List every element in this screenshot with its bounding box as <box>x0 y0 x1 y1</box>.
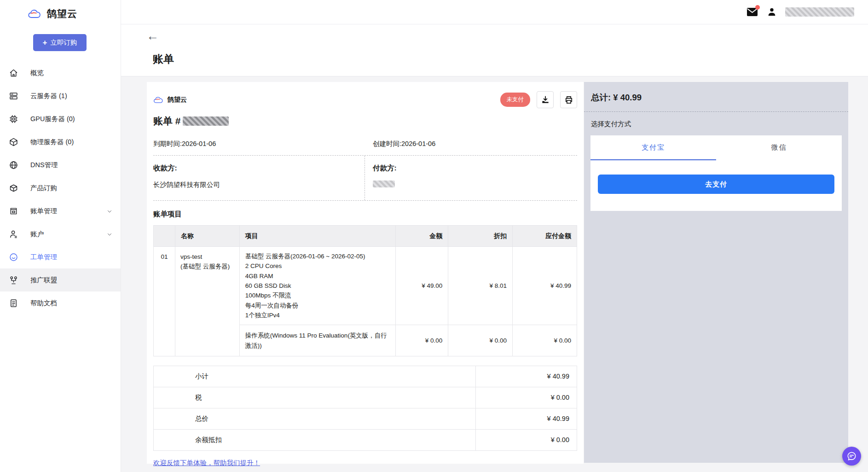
sidebar-item-product-order[interactable]: 产品订购 <box>0 176 121 199</box>
sidebar: 鹄望云 + 立即订购 概览 云服务器 (1) GPU服务器 (0) <box>0 0 121 472</box>
invoice-card: 鹄望云 未支付 账单 # <box>147 82 584 464</box>
affiliate-icon <box>8 274 19 286</box>
row-description: 基础型 云服务器(2026-01-06 ~ 2026-02-05) 2 CPU … <box>239 247 396 325</box>
col-amount: 金额 <box>396 226 448 247</box>
row-index: 01 <box>154 247 175 356</box>
cloud-logo-icon <box>28 8 43 19</box>
tab-wechat[interactable]: 微信 <box>716 135 842 160</box>
order-now-label: 立即订购 <box>50 38 77 47</box>
payment-panel: 总计: ¥ 40.99 选择支付方式 支付宝 微信 去支付 <box>584 82 848 463</box>
invoice-brand: 鹄望云 <box>153 96 187 104</box>
col-item: 项目 <box>239 226 396 247</box>
sidebar-item-tickets[interactable]: 工单管理 <box>0 245 121 268</box>
payer-block: 付款方: <box>365 156 577 200</box>
summary-row-tax: 税 ¥ 0.00 <box>154 387 577 408</box>
col-name: 名称 <box>175 226 239 247</box>
ticket-smiley-icon <box>8 251 19 262</box>
username-redacted[interactable] <box>785 7 854 17</box>
col-discount: 折扣 <box>448 226 513 247</box>
summary-row-balance-deduction: 余额抵扣 ¥ 0.00 <box>154 429 577 450</box>
cloud-server-icon <box>8 90 19 101</box>
sidebar-item-billing[interactable]: 账单管理 <box>0 199 121 222</box>
cloud-logo-icon <box>153 96 165 104</box>
status-badge: 未支付 <box>500 93 531 107</box>
created-date: 创建时间:2026-01-06 <box>373 140 435 148</box>
product-box-icon <box>8 182 19 193</box>
print-icon <box>564 95 573 105</box>
billing-icon <box>8 205 19 216</box>
unread-badge <box>755 5 760 10</box>
parties-box: 收款方: 长沙鹄望科技有限公司 付款方: <box>153 155 577 201</box>
row-amount: ¥ 49.00 <box>396 247 448 325</box>
tab-alipay[interactable]: 支付宝 <box>590 135 716 160</box>
sidebar-item-affiliate[interactable]: 推广联盟 <box>0 268 121 291</box>
row-name: vps-test (基础型 云服务器) <box>175 247 239 356</box>
plus-icon: + <box>43 38 47 47</box>
sidebar-item-cloud-servers[interactable]: 云服务器 (1) <box>0 84 121 107</box>
table-row: 01 vps-test (基础型 云服务器) 基础型 云服务器(2026-01-… <box>154 247 577 325</box>
dns-globe-icon <box>8 159 19 170</box>
payee-name: 长沙鹄望科技有限公司 <box>153 181 365 189</box>
payer-label: 付款方: <box>373 163 577 173</box>
print-invoice-button[interactable] <box>560 91 577 108</box>
mail-button[interactable] <box>746 7 758 17</box>
docs-icon <box>8 297 19 309</box>
subrow-amount: ¥ 0.00 <box>396 325 448 356</box>
chat-fab-button[interactable] <box>842 447 861 466</box>
sidebar-item-physical-servers[interactable]: 物理服务器 (0) <box>0 130 121 153</box>
brand-logo[interactable]: 鹄望云 <box>0 0 121 20</box>
sidebar-item-docs[interactable]: 帮助文档 <box>0 291 121 315</box>
items-table-header-row: 名称 项目 金额 折扣 应付金额 <box>154 226 577 247</box>
person-icon <box>767 7 777 17</box>
chevron-down-icon <box>107 208 112 214</box>
order-now-button[interactable]: + 立即订购 <box>33 34 87 51</box>
col-payable: 应付金额 <box>513 226 577 247</box>
invoice-title: 账单 # <box>153 115 577 128</box>
summary-row-subtotal: 小计 ¥ 40.99 <box>154 366 577 387</box>
payee-block: 收款方: 长沙鹄望科技有限公司 <box>153 156 365 200</box>
items-section-title: 账单项目 <box>153 210 577 219</box>
payment-methods-card: 支付宝 微信 去支付 <box>590 135 842 211</box>
download-icon <box>541 95 550 105</box>
content-area: 鹄望云 未支付 账单 # <box>121 76 868 472</box>
sidebar-item-gpu-servers[interactable]: GPU服务器 (0) <box>0 107 121 130</box>
sidebar-item-overview[interactable]: 概览 <box>0 61 121 84</box>
row-discount: ¥ 8.01 <box>448 247 513 325</box>
page-title: 账单 <box>153 52 174 66</box>
back-button[interactable]: ← <box>146 30 159 42</box>
home-icon <box>8 67 19 78</box>
subrow-description: 操作系统(Windows 11 Pro Evaluation(英文版，自行激活)… <box>239 325 396 356</box>
sidebar-item-account[interactable]: 账户 <box>0 222 121 245</box>
payer-name-redacted <box>373 181 395 187</box>
payee-label: 收款方: <box>153 163 365 173</box>
chat-bubble-icon <box>846 451 857 461</box>
invoice-number-redacted <box>183 117 229 126</box>
sidebar-item-dns[interactable]: DNS管理 <box>0 153 121 176</box>
sidebar-nav: 概览 云服务器 (1) GPU服务器 (0) 物理服务器 (0) DNS管理 <box>0 61 121 315</box>
subrow-discount: ¥ 0.00 <box>448 325 513 356</box>
summary-row-total: 总价 ¥ 40.99 <box>154 408 577 429</box>
user-button[interactable] <box>767 7 777 17</box>
feedback-link[interactable]: 欢迎反馈下单体验，帮助我们提升！ <box>153 459 260 467</box>
items-table: 名称 项目 金额 折扣 应付金额 01 vps-test (基础型 云服务器) … <box>153 225 577 356</box>
chevron-down-icon <box>107 231 112 237</box>
brand-name: 鹄望云 <box>47 7 77 20</box>
choose-method-label: 选择支付方式 <box>584 112 848 128</box>
subrow-payable: ¥ 0.00 <box>513 325 577 356</box>
due-date: 到期时间:2026-01-06 <box>153 140 373 148</box>
page-header: ← 账单 <box>121 24 868 76</box>
gpu-icon <box>8 113 19 124</box>
payment-total: 总计: ¥ 40.99 <box>584 82 848 103</box>
physical-server-icon <box>8 136 19 147</box>
download-invoice-button[interactable] <box>537 91 554 108</box>
invoice-brand-name: 鹄望云 <box>168 96 187 104</box>
go-pay-button[interactable]: 去支付 <box>598 175 834 194</box>
row-payable: ¥ 40.99 <box>513 247 577 325</box>
topbar <box>121 0 868 24</box>
summary-table: 小计 ¥ 40.99 税 ¥ 0.00 总价 ¥ 40.99 余额抵扣 ¥ 0.… <box>153 366 577 451</box>
account-icon <box>8 228 19 239</box>
